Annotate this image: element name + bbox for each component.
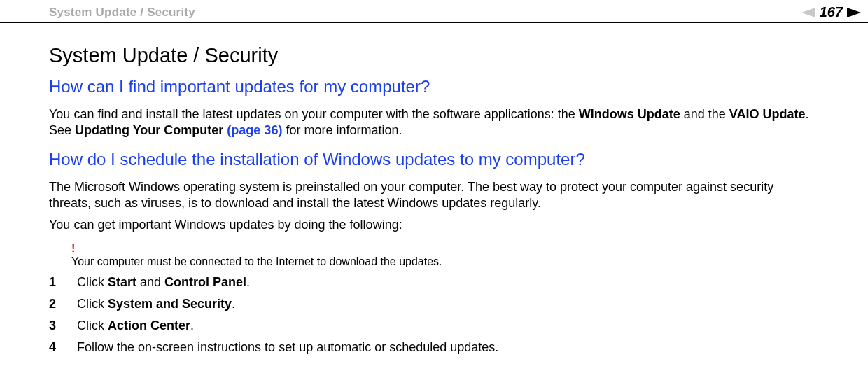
breadcrumb: System Update / Security [49, 6, 195, 20]
question-2-heading: How do I schedule the installation of Wi… [49, 150, 819, 169]
text: and [136, 275, 164, 289]
svg-marker-1 [847, 8, 861, 17]
list-item: 4 Follow the on-screen instructions to s… [49, 340, 819, 355]
page-link-36[interactable]: (page 36) [223, 123, 282, 137]
term: Start [108, 275, 136, 289]
steps-list: 1 Click Start and Control Panel. 2 Click… [49, 275, 819, 355]
term-vaio-update: VAIO Update [729, 107, 806, 121]
question-1-heading: How can I find important updates for my … [49, 77, 819, 97]
term-windows-update: Windows Update [579, 107, 680, 121]
list-item: 2 Click System and Security. [49, 297, 819, 311]
term: Control Panel [164, 275, 246, 289]
step-text: Click System and Security. [77, 297, 235, 311]
step-number: 1 [49, 275, 77, 290]
q2-paragraph-2: You can get important Windows updates by… [49, 217, 819, 233]
nav-next-icon[interactable] [847, 8, 861, 17]
page-number: 167 [820, 4, 843, 20]
q2-paragraph-1: The Microsoft Windows operating system i… [49, 179, 819, 211]
text: Follow the on-screen instructions to set… [77, 340, 498, 354]
page-nav: 167 [802, 4, 861, 20]
text: . [246, 275, 250, 289]
list-item: 3 Click Action Center. [49, 318, 819, 333]
page-content: System Update / Security How can I find … [0, 23, 868, 376]
step-number: 2 [49, 297, 77, 311]
step-number: 4 [49, 340, 77, 355]
link-updating-computer-text: Updating Your Computer [75, 123, 223, 137]
warning-note: ! Your computer must be connected to the… [71, 243, 819, 268]
step-text: Click Action Center. [77, 318, 194, 333]
text: . [190, 318, 194, 332]
text: and the [680, 107, 729, 121]
warning-text: Your computer must be connected to the I… [71, 255, 442, 267]
nav-prev-icon[interactable] [802, 8, 816, 17]
page-title: System Update / Security [49, 44, 819, 67]
step-text: Click Start and Control Panel. [77, 275, 250, 290]
text: Click [77, 318, 108, 332]
text: Click [77, 297, 108, 311]
warning-icon: ! [71, 243, 819, 254]
term: System and Security [108, 297, 232, 311]
text: Click [77, 275, 108, 289]
q1-paragraph: You can find and install the latest upda… [49, 106, 819, 139]
svg-marker-0 [802, 8, 816, 17]
text: for more information. [282, 123, 402, 137]
step-number: 3 [49, 318, 77, 333]
step-text: Follow the on-screen instructions to set… [77, 340, 498, 355]
text: . [232, 297, 235, 311]
list-item: 1 Click Start and Control Panel. [49, 275, 819, 290]
term: Action Center [108, 318, 190, 332]
text: You can find and install the latest upda… [49, 107, 579, 121]
page-header: System Update / Security 167 [0, 0, 868, 23]
